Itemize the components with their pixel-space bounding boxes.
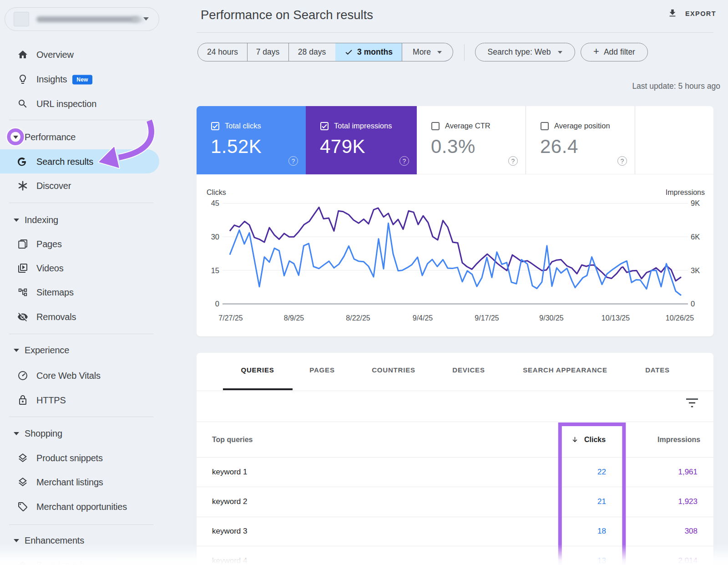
svg-text:3K: 3K — [691, 266, 700, 275]
svg-text:Impressions: Impressions — [666, 188, 705, 196]
svg-text:9K: 9K — [691, 199, 700, 207]
svg-text:Clicks: Clicks — [207, 188, 226, 196]
svg-text:8/9/25: 8/9/25 — [284, 314, 304, 322]
svg-text:0: 0 — [215, 300, 219, 308]
svg-text:10/13/25: 10/13/25 — [602, 314, 630, 322]
svg-text:9/30/25: 9/30/25 — [539, 314, 563, 322]
svg-text:9/4/25: 9/4/25 — [413, 314, 433, 322]
svg-text:15: 15 — [211, 266, 219, 275]
svg-text:10/26/25: 10/26/25 — [666, 314, 694, 322]
svg-text:30: 30 — [211, 233, 219, 241]
svg-text:6K: 6K — [691, 233, 700, 241]
svg-text:8/22/25: 8/22/25 — [346, 314, 370, 322]
svg-text:7/27/25: 7/27/25 — [218, 314, 243, 322]
svg-text:0: 0 — [691, 300, 695, 308]
svg-text:45: 45 — [211, 199, 219, 207]
svg-text:9/17/25: 9/17/25 — [475, 314, 499, 322]
